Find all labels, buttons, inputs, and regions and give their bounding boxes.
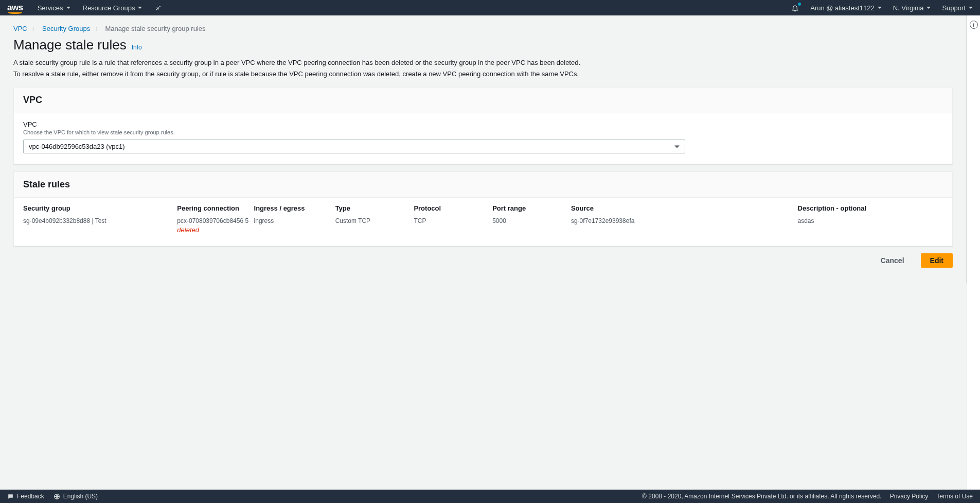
notification-dot-icon — [798, 3, 801, 6]
caret-down-icon — [138, 7, 142, 9]
content-area: VPC 〉 Security Groups 〉 Manage stale sec… — [0, 15, 980, 490]
col-peering: Peering connection — [177, 204, 250, 217]
stale-rules-panel: Stale rules Security group Peering conne… — [13, 171, 953, 246]
col-type: Type — [335, 204, 410, 217]
account-label: Arun @ aliastest1122 — [810, 4, 875, 12]
cell-ingress-egress: ingress — [254, 217, 331, 235]
col-source: Source — [571, 204, 794, 217]
breadcrumb-security-groups[interactable]: Security Groups — [42, 25, 90, 32]
vpc-field-hint: Choose the VPC for which to view stale s… — [23, 129, 943, 135]
cell-protocol: TCP — [414, 217, 488, 235]
col-ingress-egress: Ingress / egress — [254, 204, 331, 217]
feedback-link[interactable]: Feedback — [7, 493, 44, 500]
help-panel-toggle[interactable]: i — [967, 21, 980, 29]
col-security-group: Security group — [23, 204, 173, 217]
globe-icon — [54, 493, 60, 500]
language-label: English (US) — [63, 493, 98, 500]
copyright-text: © 2008 - 2020, Amazon Internet Services … — [642, 493, 882, 500]
speech-bubble-icon — [7, 493, 14, 500]
table-row: sg-09e4b092b332b8d88 | Test pcx-07080397… — [23, 217, 943, 235]
info-icon: i — [970, 21, 978, 29]
topbar-left: Services Resource Groups — [38, 4, 162, 12]
breadcrumb-vpc[interactable]: VPC — [13, 25, 27, 32]
footer: Feedback English (US) © 2008 - 2020, Ama… — [0, 490, 980, 503]
cell-port-range: 5000 — [492, 217, 567, 235]
feedback-label: Feedback — [17, 493, 44, 500]
vpc-panel-header: VPC — [14, 88, 952, 113]
vpc-panel-body: VPC Choose the VPC for which to view sta… — [14, 113, 952, 164]
caret-down-icon — [878, 7, 882, 9]
support-menu[interactable]: Support — [942, 4, 973, 12]
page-description: A stale security group rule is a rule th… — [0, 57, 966, 80]
action-buttons: Cancel Edit — [13, 253, 953, 268]
vpc-select-value: vpc-046db92596c53da23 (vpc1) — [29, 143, 124, 150]
resource-groups-menu[interactable]: Resource Groups — [83, 4, 142, 12]
pin-shortcut[interactable] — [154, 4, 162, 11]
page-heading: Manage stale rules Info — [0, 33, 966, 57]
breadcrumb: VPC 〉 Security Groups 〉 Manage stale sec… — [0, 15, 966, 33]
col-description: Description - optional — [798, 204, 943, 217]
caret-down-icon — [674, 145, 680, 148]
footer-left: Feedback English (US) — [7, 493, 98, 500]
pin-icon — [154, 4, 162, 11]
content-inner: VPC 〉 Security Groups 〉 Manage stale sec… — [0, 15, 967, 283]
caret-down-icon — [926, 7, 931, 9]
cell-peering-id: pcx-0708039706cb8456 5 — [177, 217, 250, 226]
terms-of-use-link[interactable]: Terms of Use — [936, 493, 973, 500]
description-line-2: To resolve a stale rule, either remove i… — [13, 68, 953, 80]
help-panel-collapsed: i — [967, 15, 980, 490]
caret-down-icon — [66, 7, 70, 9]
info-link[interactable]: Info — [132, 44, 142, 51]
region-label: N. Virginia — [893, 4, 924, 12]
resource-groups-label: Resource Groups — [83, 4, 135, 12]
cell-peering-status: deleted — [177, 226, 250, 235]
cell-security-group: sg-09e4b092b332b8d88 | Test — [23, 217, 173, 235]
services-menu[interactable]: Services — [38, 4, 70, 12]
page-title: Manage stale rules — [13, 37, 127, 53]
stale-rules-body: Security group Peering connection Ingres… — [14, 198, 952, 246]
stale-rules-header: Stale rules — [14, 172, 952, 198]
notifications-button[interactable] — [791, 4, 799, 12]
aws-logo[interactable]: aws — [7, 3, 23, 13]
cell-peering: pcx-0708039706cb8456 5 deleted — [177, 217, 250, 235]
cell-description: asdas — [798, 217, 943, 235]
edit-button[interactable]: Edit — [921, 253, 953, 268]
chevron-right-icon: 〉 — [32, 26, 37, 32]
col-port-range: Port range — [492, 204, 567, 217]
cell-source: sg-0f7e1732e93938efa — [571, 217, 794, 235]
footer-right: © 2008 - 2020, Amazon Internet Services … — [642, 493, 973, 500]
support-label: Support — [942, 4, 966, 12]
region-menu[interactable]: N. Virginia — [893, 4, 931, 12]
language-selector[interactable]: English (US) — [54, 493, 98, 500]
caret-down-icon — [969, 7, 973, 9]
vpc-field-label: VPC — [23, 120, 943, 128]
col-protocol: Protocol — [414, 204, 488, 217]
privacy-policy-link[interactable]: Privacy Policy — [890, 493, 929, 500]
services-label: Services — [38, 4, 63, 12]
vpc-select[interactable]: vpc-046db92596c53da23 (vpc1) — [23, 140, 685, 153]
topbar: aws Services Resource Groups Arun @ alia… — [0, 0, 980, 15]
breadcrumb-current: Manage stale security group rules — [105, 25, 205, 32]
vpc-panel: VPC VPC Choose the VPC for which to view… — [13, 87, 953, 164]
account-menu[interactable]: Arun @ aliastest1122 — [810, 4, 882, 12]
table-header-row: Security group Peering connection Ingres… — [23, 204, 943, 217]
topbar-right: Arun @ aliastest1122 N. Virginia Support — [791, 4, 973, 12]
cell-type: Custom TCP — [335, 217, 410, 235]
chevron-right-icon: 〉 — [95, 26, 100, 32]
description-line-1: A stale security group rule is a rule th… — [13, 57, 953, 68]
cancel-button[interactable]: Cancel — [871, 253, 914, 268]
